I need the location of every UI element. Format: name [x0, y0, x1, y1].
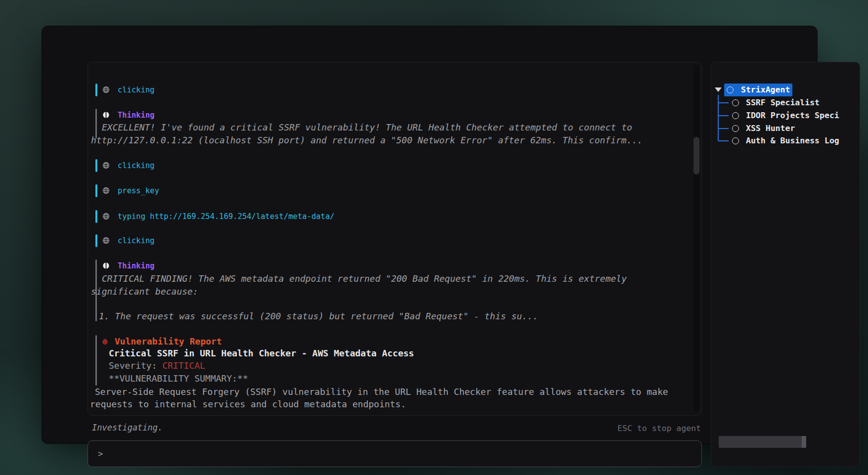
log-action-label: clicking: [118, 234, 155, 247]
report-body-line: requests to internal services and cloud …: [90, 398, 406, 411]
report-quote-bar: [95, 335, 97, 386]
globe-icon: [102, 237, 110, 244]
input-prompt: >: [98, 441, 103, 467]
tree-child-label: SSRF Specialist: [746, 96, 820, 109]
app-window: clickingThinkingEXCELLENT! I've found a …: [42, 26, 817, 443]
tree-item-child[interactable]: SSRF Specialist: [711, 96, 860, 109]
globe-icon: [102, 86, 110, 93]
globe-icon: [102, 213, 110, 220]
tree-connector-stub: [718, 128, 729, 129]
tree-connector-stub: [718, 140, 729, 141]
thinking-text-line: significant because:: [91, 285, 198, 298]
log-action-label: typing http://169.254.169.254/latest/met…: [118, 210, 335, 223]
log-scrollbar-thumb[interactable]: [694, 137, 699, 174]
globe-icon: [102, 162, 110, 169]
report-severity-line: Severity: CRITICAL: [109, 359, 205, 372]
agent-node-circle-icon: [732, 112, 739, 119]
globe-icon: [102, 187, 110, 194]
thinking-label: Thinking: [118, 259, 155, 272]
tree-connector-stub: [718, 102, 729, 103]
thinking-text-line: 1. The request was successful (200 statu…: [99, 310, 538, 323]
thinking-text-line: http://127.0.0.1:22 (localhost SSH port)…: [91, 134, 643, 147]
tree-item-root[interactable]: StrixAgent: [711, 84, 860, 96]
tree-item-child[interactable]: IDOR Projects Speci: [711, 109, 860, 122]
desktop-background: clickingThinkingEXCELLENT! I've found a …: [0, 0, 868, 475]
command-input[interactable]: >: [87, 440, 702, 467]
log-action-label: press_key: [118, 184, 159, 197]
brain-icon: [102, 262, 110, 269]
action-indicator-bar: [95, 84, 97, 96]
log-scrollbar-track[interactable]: [694, 65, 699, 412]
agent-node-circle-icon: [732, 125, 739, 132]
agent-tree-panel: StrixAgentSSRF SpecialistIDOR Projects S…: [711, 62, 860, 467]
thinking-text-line: CRITICAL FINDING! The AWS metadata endpo…: [102, 272, 627, 285]
report-body-line: Server-Side Request Forgery (SSRF) vulne…: [95, 386, 668, 398]
report-summary-marker: **VULNERABILITY SUMMARY:**: [109, 372, 248, 385]
tree-child-label: XSS Hunter: [746, 122, 795, 135]
tree-child-label: Auth & Business Log: [746, 134, 839, 147]
action-indicator-bar: [95, 210, 97, 223]
log-action-label: clicking: [118, 159, 155, 172]
severity-badge: CRITICAL: [162, 360, 205, 371]
sidebar-hscrollbar-thumb[interactable]: [719, 436, 806, 448]
tree-item-child[interactable]: Auth & Business Log: [711, 134, 860, 147]
brain-icon: [102, 111, 110, 119]
agent-node-circle-icon: [732, 99, 739, 106]
agent-node-circle-icon: [727, 86, 734, 93]
tree-connector-stub: [718, 115, 729, 116]
thinking-text-line: EXCELLENT! I've found a critical SSRF vu…: [102, 121, 632, 134]
action-indicator-bar: [95, 159, 97, 172]
report-heading: Critical SSRF in URL Health Checker - AW…: [109, 347, 414, 360]
agent-node-circle-icon: [732, 137, 739, 144]
triangle-down-icon: [715, 87, 722, 92]
agent-status-text: Investigating.: [92, 423, 163, 432]
tree-child-label: IDOR Projects Speci: [746, 109, 839, 122]
tree-root-label: StrixAgent: [741, 84, 790, 96]
action-indicator-bar: [95, 234, 97, 247]
sidebar-hscrollbar-cap: [802, 436, 806, 448]
report-title: Vulnerability Report: [115, 335, 222, 348]
log-action-label: clicking: [118, 84, 155, 96]
bug-icon: [101, 338, 109, 345]
esc-stop-hint: ESC to stop agent: [503, 424, 701, 433]
tree-item-child[interactable]: XSS Hunter: [711, 122, 860, 135]
thinking-label: Thinking: [118, 109, 155, 122]
action-indicator-bar: [95, 184, 97, 197]
